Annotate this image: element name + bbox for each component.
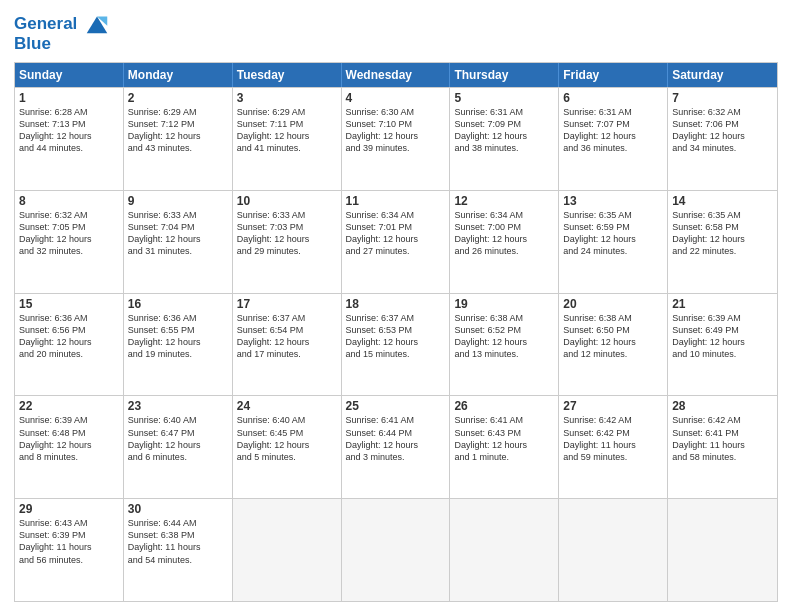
day-number: 16 — [128, 297, 228, 311]
day-number: 20 — [563, 297, 663, 311]
calendar-cell-20: 20Sunrise: 6:38 AMSunset: 6:50 PMDayligh… — [559, 294, 668, 396]
calendar-cell-empty — [559, 499, 668, 601]
cell-info: Sunrise: 6:40 AMSunset: 6:47 PMDaylight:… — [128, 414, 228, 463]
weekday-header-tuesday: Tuesday — [233, 63, 342, 87]
calendar-header: SundayMondayTuesdayWednesdayThursdayFrid… — [15, 63, 777, 87]
logo-blue: Blue — [14, 34, 111, 54]
cell-info: Sunrise: 6:39 AMSunset: 6:49 PMDaylight:… — [672, 312, 773, 361]
calendar-cell-23: 23Sunrise: 6:40 AMSunset: 6:47 PMDayligh… — [124, 396, 233, 498]
calendar-cell-10: 10Sunrise: 6:33 AMSunset: 7:03 PMDayligh… — [233, 191, 342, 293]
day-number: 8 — [19, 194, 119, 208]
calendar: SundayMondayTuesdayWednesdayThursdayFrid… — [14, 62, 778, 602]
calendar-cell-4: 4Sunrise: 6:30 AMSunset: 7:10 PMDaylight… — [342, 88, 451, 190]
weekday-header-saturday: Saturday — [668, 63, 777, 87]
cell-info: Sunrise: 6:35 AMSunset: 6:59 PMDaylight:… — [563, 209, 663, 258]
calendar-cell-26: 26Sunrise: 6:41 AMSunset: 6:43 PMDayligh… — [450, 396, 559, 498]
day-number: 25 — [346, 399, 446, 413]
calendar-row-2: 8Sunrise: 6:32 AMSunset: 7:05 PMDaylight… — [15, 190, 777, 293]
cell-info: Sunrise: 6:30 AMSunset: 7:10 PMDaylight:… — [346, 106, 446, 155]
day-number: 21 — [672, 297, 773, 311]
day-number: 27 — [563, 399, 663, 413]
day-number: 1 — [19, 91, 119, 105]
day-number: 19 — [454, 297, 554, 311]
cell-info: Sunrise: 6:29 AMSunset: 7:11 PMDaylight:… — [237, 106, 337, 155]
calendar-cell-17: 17Sunrise: 6:37 AMSunset: 6:54 PMDayligh… — [233, 294, 342, 396]
calendar-cell-12: 12Sunrise: 6:34 AMSunset: 7:00 PMDayligh… — [450, 191, 559, 293]
calendar-cell-empty — [342, 499, 451, 601]
cell-info: Sunrise: 6:43 AMSunset: 6:39 PMDaylight:… — [19, 517, 119, 566]
calendar-cell-3: 3Sunrise: 6:29 AMSunset: 7:11 PMDaylight… — [233, 88, 342, 190]
cell-info: Sunrise: 6:37 AMSunset: 6:54 PMDaylight:… — [237, 312, 337, 361]
calendar-cell-30: 30Sunrise: 6:44 AMSunset: 6:38 PMDayligh… — [124, 499, 233, 601]
cell-info: Sunrise: 6:42 AMSunset: 6:42 PMDaylight:… — [563, 414, 663, 463]
calendar-cell-28: 28Sunrise: 6:42 AMSunset: 6:41 PMDayligh… — [668, 396, 777, 498]
calendar-cell-21: 21Sunrise: 6:39 AMSunset: 6:49 PMDayligh… — [668, 294, 777, 396]
calendar-cell-27: 27Sunrise: 6:42 AMSunset: 6:42 PMDayligh… — [559, 396, 668, 498]
day-number: 30 — [128, 502, 228, 516]
cell-info: Sunrise: 6:32 AMSunset: 7:06 PMDaylight:… — [672, 106, 773, 155]
weekday-header-thursday: Thursday — [450, 63, 559, 87]
cell-info: Sunrise: 6:36 AMSunset: 6:56 PMDaylight:… — [19, 312, 119, 361]
weekday-header-monday: Monday — [124, 63, 233, 87]
weekday-header-friday: Friday — [559, 63, 668, 87]
calendar-cell-19: 19Sunrise: 6:38 AMSunset: 6:52 PMDayligh… — [450, 294, 559, 396]
day-number: 15 — [19, 297, 119, 311]
cell-info: Sunrise: 6:31 AMSunset: 7:09 PMDaylight:… — [454, 106, 554, 155]
day-number: 2 — [128, 91, 228, 105]
cell-info: Sunrise: 6:44 AMSunset: 6:38 PMDaylight:… — [128, 517, 228, 566]
day-number: 24 — [237, 399, 337, 413]
day-number: 28 — [672, 399, 773, 413]
calendar-row-3: 15Sunrise: 6:36 AMSunset: 6:56 PMDayligh… — [15, 293, 777, 396]
day-number: 26 — [454, 399, 554, 413]
day-number: 3 — [237, 91, 337, 105]
cell-info: Sunrise: 6:33 AMSunset: 7:04 PMDaylight:… — [128, 209, 228, 258]
cell-info: Sunrise: 6:37 AMSunset: 6:53 PMDaylight:… — [346, 312, 446, 361]
cell-info: Sunrise: 6:35 AMSunset: 6:58 PMDaylight:… — [672, 209, 773, 258]
calendar-cell-7: 7Sunrise: 6:32 AMSunset: 7:06 PMDaylight… — [668, 88, 777, 190]
cell-info: Sunrise: 6:29 AMSunset: 7:12 PMDaylight:… — [128, 106, 228, 155]
calendar-row-4: 22Sunrise: 6:39 AMSunset: 6:48 PMDayligh… — [15, 395, 777, 498]
cell-info: Sunrise: 6:34 AMSunset: 7:01 PMDaylight:… — [346, 209, 446, 258]
day-number: 11 — [346, 194, 446, 208]
cell-info: Sunrise: 6:38 AMSunset: 6:52 PMDaylight:… — [454, 312, 554, 361]
day-number: 17 — [237, 297, 337, 311]
cell-info: Sunrise: 6:38 AMSunset: 6:50 PMDaylight:… — [563, 312, 663, 361]
cell-info: Sunrise: 6:42 AMSunset: 6:41 PMDaylight:… — [672, 414, 773, 463]
calendar-cell-11: 11Sunrise: 6:34 AMSunset: 7:01 PMDayligh… — [342, 191, 451, 293]
calendar-cell-24: 24Sunrise: 6:40 AMSunset: 6:45 PMDayligh… — [233, 396, 342, 498]
calendar-cell-14: 14Sunrise: 6:35 AMSunset: 6:58 PMDayligh… — [668, 191, 777, 293]
cell-info: Sunrise: 6:31 AMSunset: 7:07 PMDaylight:… — [563, 106, 663, 155]
logo-text: General — [14, 14, 111, 36]
day-number: 13 — [563, 194, 663, 208]
calendar-body: 1Sunrise: 6:28 AMSunset: 7:13 PMDaylight… — [15, 87, 777, 601]
calendar-cell-25: 25Sunrise: 6:41 AMSunset: 6:44 PMDayligh… — [342, 396, 451, 498]
calendar-cell-empty — [233, 499, 342, 601]
day-number: 10 — [237, 194, 337, 208]
logo-icon — [83, 12, 111, 36]
cell-info: Sunrise: 6:33 AMSunset: 7:03 PMDaylight:… — [237, 209, 337, 258]
day-number: 7 — [672, 91, 773, 105]
calendar-cell-29: 29Sunrise: 6:43 AMSunset: 6:39 PMDayligh… — [15, 499, 124, 601]
calendar-row-5: 29Sunrise: 6:43 AMSunset: 6:39 PMDayligh… — [15, 498, 777, 601]
cell-info: Sunrise: 6:41 AMSunset: 6:44 PMDaylight:… — [346, 414, 446, 463]
cell-info: Sunrise: 6:40 AMSunset: 6:45 PMDaylight:… — [237, 414, 337, 463]
day-number: 4 — [346, 91, 446, 105]
page-header: General Blue — [14, 10, 778, 54]
calendar-cell-6: 6Sunrise: 6:31 AMSunset: 7:07 PMDaylight… — [559, 88, 668, 190]
day-number: 18 — [346, 297, 446, 311]
calendar-cell-13: 13Sunrise: 6:35 AMSunset: 6:59 PMDayligh… — [559, 191, 668, 293]
cell-info: Sunrise: 6:41 AMSunset: 6:43 PMDaylight:… — [454, 414, 554, 463]
calendar-cell-18: 18Sunrise: 6:37 AMSunset: 6:53 PMDayligh… — [342, 294, 451, 396]
day-number: 14 — [672, 194, 773, 208]
calendar-cell-16: 16Sunrise: 6:36 AMSunset: 6:55 PMDayligh… — [124, 294, 233, 396]
weekday-header-sunday: Sunday — [15, 63, 124, 87]
calendar-row-1: 1Sunrise: 6:28 AMSunset: 7:13 PMDaylight… — [15, 87, 777, 190]
calendar-cell-1: 1Sunrise: 6:28 AMSunset: 7:13 PMDaylight… — [15, 88, 124, 190]
day-number: 22 — [19, 399, 119, 413]
weekday-header-wednesday: Wednesday — [342, 63, 451, 87]
cell-info: Sunrise: 6:28 AMSunset: 7:13 PMDaylight:… — [19, 106, 119, 155]
day-number: 23 — [128, 399, 228, 413]
calendar-cell-8: 8Sunrise: 6:32 AMSunset: 7:05 PMDaylight… — [15, 191, 124, 293]
day-number: 5 — [454, 91, 554, 105]
calendar-cell-15: 15Sunrise: 6:36 AMSunset: 6:56 PMDayligh… — [15, 294, 124, 396]
